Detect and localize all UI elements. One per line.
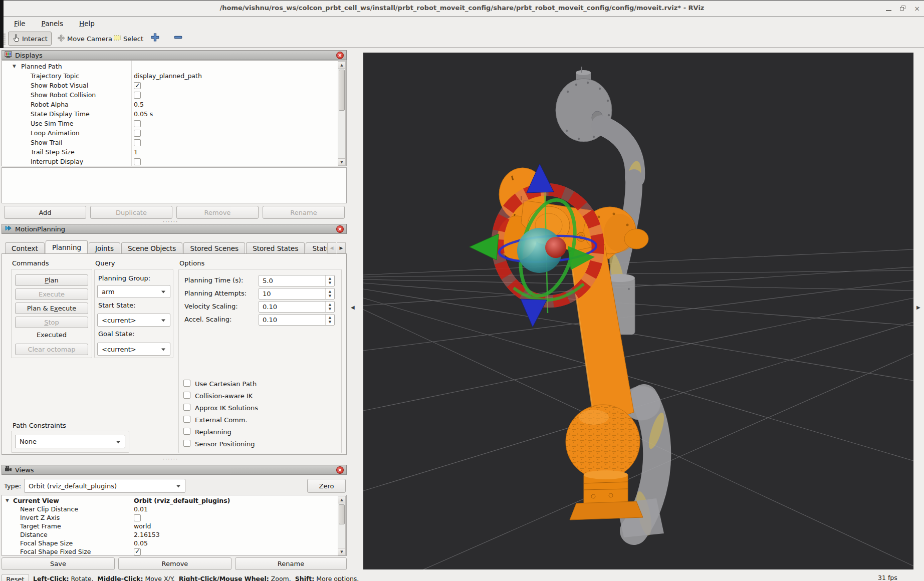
reset-button[interactable]: Reset bbox=[2, 574, 29, 581]
loop-animation-checkbox[interactable] bbox=[134, 130, 141, 137]
tab-scene-objects[interactable]: Scene Objects bbox=[121, 242, 182, 254]
move-camera-tool-button[interactable]: Move Camera bbox=[54, 32, 116, 46]
rename-view-button[interactable]: Rename bbox=[235, 557, 347, 570]
property-label[interactable]: Trajectory Topic bbox=[31, 71, 79, 81]
property-value[interactable]: 0.01 bbox=[134, 505, 148, 513]
scrollbar-thumb[interactable] bbox=[339, 70, 345, 111]
external-comm-checkbox[interactable] bbox=[183, 416, 190, 423]
title-bar[interactable]: /home/vishnu/ros_ws/colcon_prbt_cell_ws/… bbox=[0, 0, 924, 17]
scroll-down-icon[interactable]: ▼ bbox=[338, 158, 345, 165]
menu-file[interactable]: File bbox=[7, 18, 33, 29]
zero-button[interactable]: Zero bbox=[307, 479, 346, 493]
invert-z-axis-checkbox[interactable] bbox=[134, 514, 141, 521]
zoom-in-tool-button[interactable] bbox=[150, 33, 160, 44]
property-label[interactable]: Robot Alpha bbox=[31, 100, 69, 109]
collapse-left-dock-icon[interactable]: ◀ bbox=[351, 305, 355, 310]
interact-tool-button[interactable]: Interact bbox=[8, 32, 52, 46]
displays-panel-header[interactable]: Displays × bbox=[2, 50, 347, 60]
sensor-positioning-checkbox[interactable] bbox=[183, 440, 190, 447]
stop-button[interactable]: Stop bbox=[15, 317, 88, 328]
spinner-arrows-icon[interactable]: ▲▼ bbox=[325, 288, 334, 299]
collision-aware-ik-checkbox[interactable] bbox=[183, 392, 190, 399]
minimize-button[interactable] bbox=[885, 5, 893, 12]
render-viewport[interactable] bbox=[363, 53, 913, 569]
focal-shape-fixed-size-checkbox[interactable] bbox=[134, 548, 141, 555]
duplicate-display-button[interactable]: Duplicate bbox=[90, 206, 172, 219]
select-tool-button[interactable]: Select bbox=[110, 32, 147, 46]
menu-help[interactable]: Help bbox=[72, 18, 102, 29]
planning-group-select[interactable]: arm bbox=[97, 285, 170, 298]
property-value[interactable]: 1 bbox=[134, 147, 138, 157]
save-view-button[interactable]: Save bbox=[2, 557, 115, 570]
property-value[interactable]: 0.5 bbox=[134, 100, 144, 109]
collapse-icon[interactable]: ▼ bbox=[13, 62, 16, 71]
motion-planning-panel-header[interactable]: MotionPlanning × bbox=[2, 224, 347, 234]
interrupt-display-checkbox[interactable] bbox=[134, 158, 141, 165]
property-label[interactable]: Distance bbox=[20, 530, 48, 539]
goal-state-select[interactable]: <current> bbox=[97, 343, 170, 356]
scrollbar-thumb[interactable] bbox=[339, 504, 345, 524]
displays-close-icon[interactable]: × bbox=[336, 52, 344, 59]
add-display-button[interactable]: Add bbox=[4, 206, 86, 219]
show-robot-visual-checkbox[interactable] bbox=[134, 82, 141, 89]
tab-planning[interactable]: Planning bbox=[46, 240, 88, 254]
displays-scrollbar[interactable]: ▲ ▼ bbox=[338, 61, 346, 166]
marker-red-sphere[interactable] bbox=[545, 237, 566, 258]
remove-view-button[interactable]: Remove bbox=[118, 557, 232, 570]
spinner-arrows-icon[interactable]: ▲▼ bbox=[325, 302, 334, 312]
property-value[interactable]: world bbox=[134, 522, 151, 530]
spinner-arrows-icon[interactable]: ▲▼ bbox=[325, 275, 334, 286]
menu-panels[interactable]: Panels bbox=[35, 18, 70, 29]
views-property-tree[interactable]: ▼ Current View Orbit (rviz_default_plugi… bbox=[2, 495, 347, 556]
current-view-label[interactable]: Current View bbox=[13, 496, 59, 505]
translate-arrow-blue-down[interactable] bbox=[521, 299, 547, 327]
planning-time-spinner[interactable]: 5.0▲▼ bbox=[259, 275, 335, 286]
show-robot-collision-checkbox[interactable] bbox=[134, 92, 141, 99]
accel-scaling-spinner[interactable]: 0.10▲▼ bbox=[259, 314, 335, 326]
tab-scroll-right-icon[interactable]: ▶ bbox=[337, 242, 346, 253]
tab-status[interactable]: Status bbox=[306, 242, 327, 254]
scroll-down-icon[interactable]: ▼ bbox=[338, 548, 345, 555]
view-type-select[interactable]: Orbit (rviz_default_plugins) bbox=[24, 479, 185, 493]
property-label[interactable]: Show Robot Collision bbox=[31, 90, 96, 100]
property-value[interactable]: 0.05 s bbox=[134, 109, 153, 119]
views-panel-header[interactable]: Views × bbox=[2, 465, 347, 475]
tab-context[interactable]: Context bbox=[5, 242, 45, 254]
property-label[interactable]: Use Sim Time bbox=[31, 119, 73, 128]
velocity-scaling-spinner[interactable]: 0.10▲▼ bbox=[259, 301, 335, 313]
property-label[interactable]: Near Clip Distance bbox=[20, 505, 78, 513]
clear-octomap-button[interactable]: Clear octomap bbox=[15, 344, 88, 355]
scroll-up-icon[interactable]: ▲ bbox=[338, 496, 345, 503]
spinner-arrows-icon[interactable]: ▲▼ bbox=[325, 315, 334, 325]
tab-stored-states[interactable]: Stored States bbox=[246, 242, 305, 254]
tab-scroll-left-icon[interactable]: ◀ bbox=[327, 242, 336, 253]
use-cartesian-path-checkbox[interactable] bbox=[183, 380, 190, 387]
property-label[interactable]: Focal Shape Fixed Size bbox=[20, 547, 91, 556]
tab-joints[interactable]: Joints bbox=[89, 242, 120, 254]
displays-property-tree[interactable]: ▼ Planned Path Trajectory Topicdisplay_p… bbox=[2, 60, 347, 166]
property-label[interactable]: Trail Step Size bbox=[31, 147, 75, 157]
scroll-up-icon[interactable]: ▲ bbox=[338, 62, 345, 69]
start-state-select[interactable]: <current> bbox=[97, 314, 170, 327]
plan-button[interactable]: Plan bbox=[15, 274, 88, 286]
path-constraints-select[interactable]: None bbox=[15, 435, 125, 448]
close-window-button[interactable]: × bbox=[913, 5, 921, 12]
replanning-checkbox[interactable] bbox=[183, 428, 190, 435]
property-label[interactable]: Focal Shape Size bbox=[20, 539, 73, 547]
property-label[interactable]: State Display Time bbox=[31, 109, 90, 119]
collapse-icon[interactable]: ▼ bbox=[6, 496, 9, 505]
translate-arrow-green-left[interactable] bbox=[470, 234, 499, 260]
property-value[interactable]: 0.05 bbox=[134, 539, 148, 547]
toolbar-drag-handle[interactable] bbox=[4, 34, 6, 45]
property-label[interactable]: Loop Animation bbox=[31, 128, 80, 138]
approx-ik-solutions-checkbox[interactable] bbox=[183, 404, 190, 411]
property-label[interactable]: Show Robot Visual bbox=[31, 81, 88, 90]
execute-button[interactable]: Execute bbox=[15, 288, 88, 300]
property-value[interactable]: display_planned_path bbox=[134, 71, 202, 81]
zoom-out-tool-button[interactable] bbox=[173, 33, 183, 44]
remove-display-button[interactable]: Remove bbox=[176, 206, 259, 219]
property-label[interactable]: Show Trail bbox=[31, 138, 62, 147]
rename-display-button[interactable]: Rename bbox=[263, 206, 345, 219]
property-value[interactable]: 2.16153 bbox=[134, 530, 160, 539]
collapse-right-dock-icon[interactable]: ▶ bbox=[916, 305, 920, 310]
